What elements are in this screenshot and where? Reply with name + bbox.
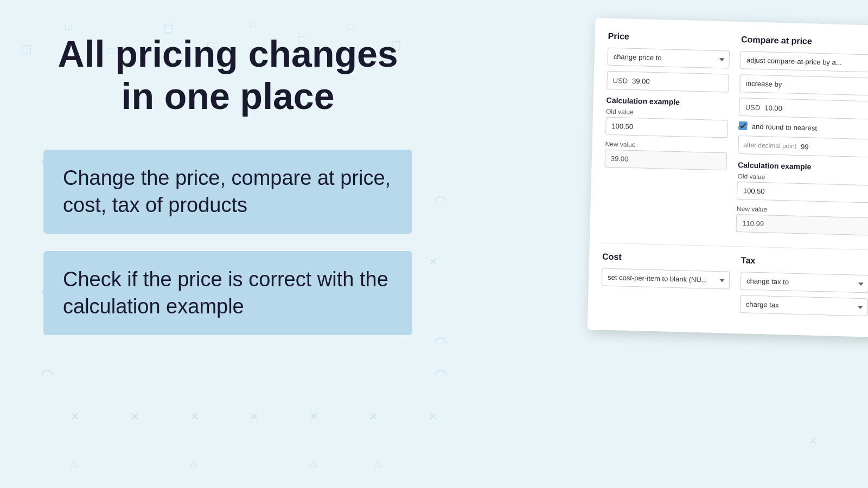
pricing-card: Price change price to increase by decrea… xyxy=(588,18,868,337)
price-calculation-section: Calculation example Old value New value xyxy=(604,96,729,171)
compare-section-label: Compare at price xyxy=(741,35,868,49)
compare-amount-input-wrapper[interactable]: USD xyxy=(739,98,868,120)
hero-title: All pricing changesin one place xyxy=(43,33,412,117)
decimal-field-group: after decimal point xyxy=(738,136,868,158)
compare-new-value-group xyxy=(736,214,868,236)
charge-tax-select[interactable]: charge tax do not charge tax xyxy=(739,295,868,316)
round-checkbox[interactable] xyxy=(739,121,748,130)
tax-action-group: change tax to set tax to remove tax xyxy=(741,272,868,293)
feature-price-text: Change the price, compare at price, cost… xyxy=(63,165,393,219)
decimal-input[interactable] xyxy=(801,143,868,153)
price-action-group: change price to increase by decrease by … xyxy=(607,48,730,69)
price-action-select[interactable]: change price to increase by decrease by … xyxy=(607,48,730,69)
compare-column: Compare at price adjust compare-at-price… xyxy=(736,35,868,242)
compare-action-select[interactable]: adjust compare-at-price by a... change c… xyxy=(741,51,868,73)
cost-action-select[interactable]: set cost-per-item to blank (NU... change… xyxy=(602,268,730,290)
price-amount-input[interactable] xyxy=(632,76,723,87)
left-panel: All pricing changesin one place Change t… xyxy=(0,0,445,488)
card-columns: Price change price to increase by decrea… xyxy=(603,31,868,241)
compare-currency-prefix: USD xyxy=(745,103,761,112)
decimal-prefix-label: after decimal point xyxy=(739,141,801,150)
cost-section-label: Cost xyxy=(602,252,730,265)
price-new-value-input xyxy=(604,150,727,171)
main-layout: All pricing changesin one place Change t… xyxy=(0,0,868,488)
right-panel: Price change price to increase by decrea… xyxy=(445,0,868,488)
tax-section-label: Tax xyxy=(741,255,868,268)
compare-old-value-group xyxy=(737,182,868,204)
price-old-value-group xyxy=(605,117,728,138)
price-calc-label: Calculation example xyxy=(606,96,729,108)
round-checkbox-label: and round to nearest xyxy=(752,122,817,132)
charge-tax-group: charge tax do not charge tax xyxy=(739,295,868,316)
compare-modifier-group: increase by decrease by increase by % de… xyxy=(740,74,868,97)
price-new-value-group xyxy=(604,150,727,171)
card-divider xyxy=(603,243,868,251)
compare-modifier-select[interactable]: increase by decrease by increase by % de… xyxy=(740,74,868,97)
round-checkbox-row: and round to nearest xyxy=(739,121,868,134)
tax-action-select[interactable]: change tax to set tax to remove tax xyxy=(741,272,868,293)
compare-old-value-input[interactable] xyxy=(737,182,868,204)
feature-calc-text: Check if the price is correct with the c… xyxy=(63,266,393,320)
price-amount-group: USD xyxy=(607,71,729,93)
feature-card-price: Change the price, compare at price, cost… xyxy=(43,150,412,234)
compare-calc-label: Calculation example xyxy=(738,160,868,174)
compare-amount-input[interactable] xyxy=(764,104,868,115)
price-amount-input-wrapper[interactable]: USD xyxy=(607,71,729,93)
decimal-input-wrapper[interactable]: after decimal point xyxy=(738,136,868,158)
cost-column: Cost set cost-per-item to blank (NU... c… xyxy=(601,252,730,318)
price-old-value-input[interactable] xyxy=(605,117,728,138)
price-currency-prefix: USD xyxy=(612,76,628,85)
compare-new-value-input xyxy=(736,214,868,236)
feature-card-calc: Check if the price is correct with the c… xyxy=(43,251,412,335)
compare-action-group: adjust compare-at-price by a... change c… xyxy=(741,51,868,73)
compare-calculation-section: Calculation example Old value New value xyxy=(736,160,868,236)
cost-action-group: set cost-per-item to blank (NU... change… xyxy=(602,268,730,290)
price-section-label: Price xyxy=(608,31,731,44)
bottom-sections: Cost set cost-per-item to blank (NU... c… xyxy=(601,252,868,322)
tax-column: Tax change tax to set tax to remove tax … xyxy=(739,255,868,322)
compare-amount-group: USD xyxy=(739,98,868,120)
price-column: Price change price to increase by decrea… xyxy=(603,31,730,237)
